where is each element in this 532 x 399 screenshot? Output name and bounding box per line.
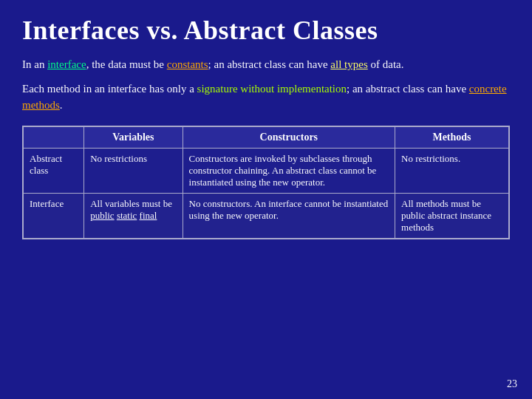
header-variables: Variables [84,126,183,148]
comparison-table: Variables Constructors Methods Abstract … [23,126,509,239]
p1-text-after1: ; an abstract class can have [208,58,331,70]
header-label [24,126,84,148]
row2-methods: All methods must be public abstract inst… [395,193,509,238]
p1-text-after2: of data. [368,58,404,70]
table-row: Interface All variables must be public s… [24,193,509,238]
slide-title: Interfaces vs. Abstract Classes [22,15,510,46]
p2-sig-highlight: signature without implementation [197,83,347,95]
header-methods: Methods [395,126,509,148]
p2-text-after2: . [60,99,63,111]
row1-label: Abstract class [24,148,84,193]
row2-label: Interface [24,193,84,238]
p1-constants-highlight: constants [167,58,208,70]
paragraph-1: In an interface, the data must be consta… [22,56,510,73]
page-number: 23 [507,378,517,390]
row1-variables: No restrictions [84,148,183,193]
slide: Interfaces vs. Abstract Classes In an in… [0,0,532,399]
p1-alltypes-highlight: all types [330,58,367,70]
table-header-row: Variables Constructors Methods [24,126,509,148]
p1-interface-highlight: interface [47,58,86,70]
p2-text-after1: ; an abstract class can have [347,83,469,95]
row1-methods: No restrictions. [395,148,509,193]
p2-text-before: Each method in an interface has only a [22,83,197,95]
row2-variables: All variables must be public static fina… [84,193,183,238]
p1-text-between: , the data must be [86,58,167,70]
comparison-table-wrapper: Variables Constructors Methods Abstract … [22,126,510,239]
p1-text-before1: In an [22,58,47,70]
paragraph-2: Each method in an interface has only a s… [22,81,510,114]
row1-constructors: Constructors are invoked by subclasses t… [183,148,395,193]
header-constructors: Constructors [183,126,395,148]
row2-constructors: No constructors. An interface cannot be … [183,193,395,238]
table-row: Abstract class No restrictions Construct… [24,148,509,193]
